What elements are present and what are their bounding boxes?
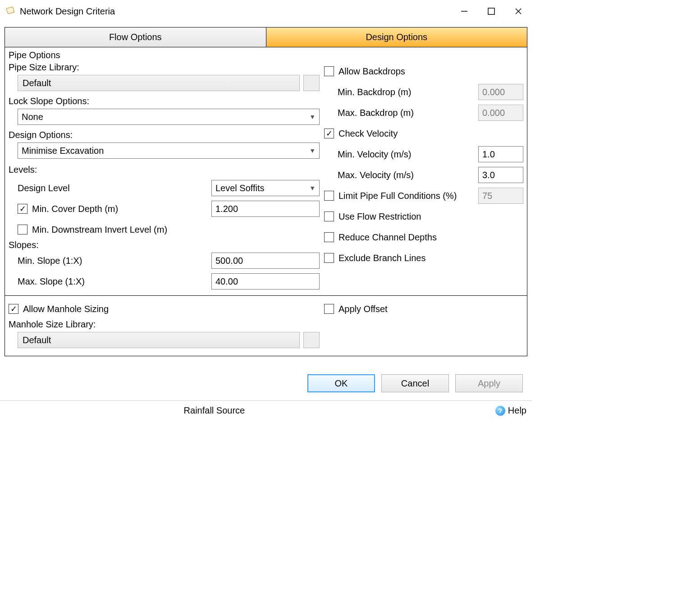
help-label: Help <box>508 405 526 416</box>
lock-slope-label: Lock Slope Options: <box>9 96 320 106</box>
design-level-label: Design Level <box>18 183 211 193</box>
dialog-window: Network Design Criteria Flow Options Des… <box>0 0 532 418</box>
design-options-panel: Pipe Options Pipe Size Library: Default … <box>5 47 527 356</box>
max-velocity-input[interactable]: 3.0 <box>478 167 523 183</box>
min-velocity-label: Min. Velocity (m/s) <box>324 149 478 160</box>
slopes-heading: Slopes: <box>9 240 320 250</box>
limit-pipe-full-checkbox[interactable] <box>324 191 334 201</box>
chevron-down-icon: ▼ <box>309 184 316 192</box>
limit-pipe-full-input: 75 <box>478 188 523 204</box>
check-velocity-label: Check Velocity <box>339 129 398 139</box>
pipe-options-heading: Pipe Options <box>9 50 320 60</box>
lock-slope-combo[interactable]: None ▼ <box>18 109 320 125</box>
min-cover-depth-label: Min. Cover Depth (m) <box>32 204 118 214</box>
pipe-size-library-field[interactable]: Default <box>18 75 300 91</box>
min-ds-invert-checkbox[interactable] <box>18 225 27 234</box>
use-flow-restriction-label: Use Flow Restriction <box>339 211 421 222</box>
lock-slope-value: None <box>22 112 43 122</box>
rainfall-source-label: Rainfall Source <box>184 405 245 416</box>
design-level-value: Level Soffits <box>215 183 265 193</box>
allow-manhole-sizing-label: Allow Manhole Sizing <box>23 304 109 314</box>
reduce-channel-depths-label: Reduce Channel Depths <box>339 232 437 243</box>
help-icon: ? <box>495 406 505 416</box>
chevron-down-icon: ▼ <box>309 147 316 154</box>
max-backdrop-input: 0.000 <box>478 105 523 121</box>
manhole-library-browse-button[interactable] <box>303 332 320 348</box>
exclude-branch-lines-checkbox[interactable] <box>324 253 334 263</box>
chevron-down-icon: ▼ <box>309 113 316 120</box>
pipe-size-library-browse-button[interactable] <box>303 75 320 91</box>
allow-manhole-sizing-checkbox[interactable]: ✓ <box>9 304 18 314</box>
check-velocity-checkbox[interactable]: ✓ <box>324 129 334 138</box>
apply-button[interactable]: Apply <box>455 374 523 392</box>
levels-heading: Levels: <box>9 165 320 175</box>
svg-rect-3 <box>488 8 494 14</box>
max-velocity-label: Max. Velocity (m/s) <box>324 170 478 180</box>
right-column: Allow Backdrops Min. Backdrop (m) 0.000 … <box>320 50 523 292</box>
tab-design-options[interactable]: Design Options <box>266 28 527 47</box>
reduce-channel-depths-checkbox[interactable] <box>324 232 334 242</box>
ok-button[interactable]: OK <box>307 374 375 392</box>
divider <box>5 295 527 296</box>
manhole-library-label: Manhole Size Library: <box>9 319 320 330</box>
min-slope-label: Min. Slope (1:X) <box>18 256 211 266</box>
manhole-library-field[interactable]: Default <box>18 332 300 348</box>
min-velocity-input[interactable]: 1.0 <box>478 146 523 162</box>
app-icon <box>5 6 15 17</box>
min-ds-invert-label: Min. Downstream Invert Level (m) <box>32 225 167 235</box>
apply-offset-checkbox[interactable] <box>324 304 334 314</box>
min-cover-depth-checkbox[interactable]: ✓ <box>18 204 27 214</box>
help-link[interactable]: ? Help <box>495 405 526 416</box>
window-title: Network Design Criteria <box>20 6 451 17</box>
design-level-combo[interactable]: Level Soffits ▼ <box>211 180 320 196</box>
pipe-size-library-label: Pipe Size Library: <box>9 62 320 73</box>
max-slope-label: Max. Slope (1:X) <box>18 276 211 287</box>
max-backdrop-label: Max. Backdrop (m) <box>324 108 478 118</box>
apply-offset-label: Apply Offset <box>339 304 388 314</box>
maximize-button[interactable] <box>478 2 505 20</box>
limit-pipe-full-label: Limit Pipe Full Conditions (%) <box>339 191 478 201</box>
design-options-value: Minimise Excavation <box>22 146 104 156</box>
min-backdrop-input: 0.000 <box>478 84 523 100</box>
dialog-buttons: OK Cancel Apply <box>5 356 527 397</box>
footer: Rainfall Source ? Help <box>0 400 532 418</box>
content-area: Flow Options Design Options Pipe Options… <box>0 27 532 397</box>
minimize-button[interactable] <box>451 2 478 20</box>
allow-backdrops-label: Allow Backdrops <box>339 66 405 77</box>
design-options-combo[interactable]: Minimise Excavation ▼ <box>18 143 320 159</box>
exclude-branch-lines-label: Exclude Branch Lines <box>339 253 426 263</box>
tab-flow-options[interactable]: Flow Options <box>5 28 266 47</box>
min-backdrop-label: Min. Backdrop (m) <box>324 87 478 97</box>
close-button[interactable] <box>505 2 532 20</box>
use-flow-restriction-checkbox[interactable] <box>324 211 334 221</box>
min-slope-input[interactable]: 500.00 <box>211 253 320 269</box>
titlebar: Network Design Criteria <box>0 0 532 23</box>
design-options-label: Design Options: <box>9 130 320 140</box>
cancel-button[interactable]: Cancel <box>381 374 449 392</box>
left-column: Pipe Options Pipe Size Library: Default … <box>9 50 320 292</box>
max-slope-input[interactable]: 40.00 <box>211 273 320 290</box>
tab-strip: Flow Options Design Options <box>5 27 527 47</box>
min-cover-depth-input[interactable]: 1.200 <box>211 201 320 217</box>
allow-backdrops-checkbox[interactable] <box>324 66 334 76</box>
